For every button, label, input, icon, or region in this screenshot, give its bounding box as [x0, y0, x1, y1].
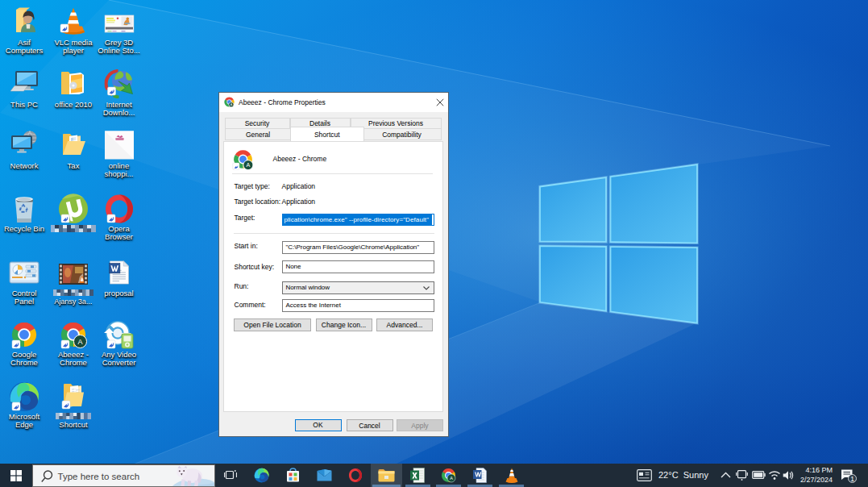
svg-text:A: A	[450, 476, 453, 481]
svg-text:A: A	[77, 338, 82, 346]
svg-text:1: 1	[850, 475, 854, 483]
svg-text:A: A	[247, 162, 251, 169]
